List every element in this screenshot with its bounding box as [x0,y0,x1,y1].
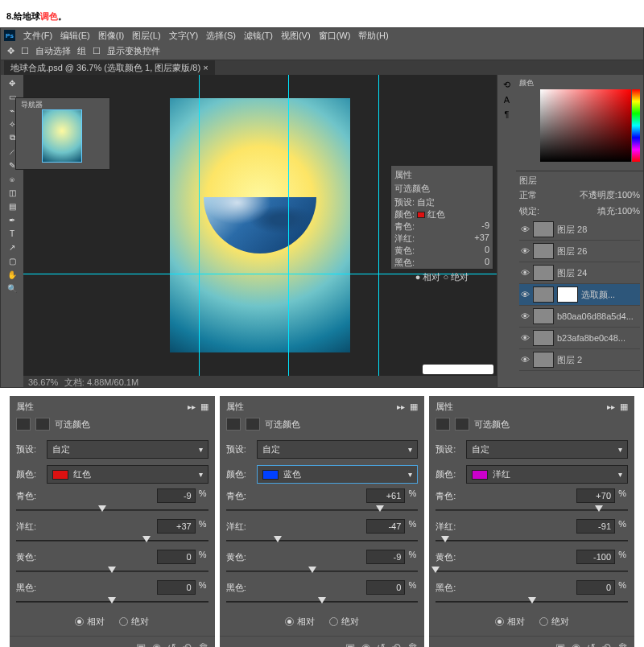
panel-tab[interactable]: 图层 [519,175,640,187]
move-tool-icon[interactable]: ✥ [3,76,21,89]
prev-icon[interactable]: ↶ [602,641,611,647]
collapse-icon[interactable]: ▸▸ [188,402,196,411]
slider-thumb-icon[interactable] [595,505,603,512]
absolute-radio[interactable]: 绝对 [329,616,359,628]
slider-value-input[interactable]: -100 [576,550,615,564]
eraser-tool-icon[interactable]: ◫ [3,186,21,199]
slider-track[interactable] [226,596,419,608]
stamp-tool-icon[interactable]: ⍟ [3,172,21,185]
color-select[interactable]: 红色▾ [47,465,208,484]
slider-track[interactable] [226,505,419,516]
slider-thumb-icon[interactable] [142,536,151,542]
layer-row[interactable]: 👁选取颜... [519,284,640,306]
preset-select[interactable]: 自定▾ [466,440,628,459]
panel-menu-icon[interactable]: ▦ [620,402,628,412]
slider-track[interactable] [436,535,628,546]
absolute-radio[interactable]: 绝对 [119,616,149,628]
slider-value-input[interactable]: -9 [366,550,405,564]
color-spectrum[interactable] [540,89,631,162]
slider-track[interactable] [16,596,208,608]
menu-item[interactable]: 选择(S) [206,30,236,42]
guide-vertical[interactable] [199,75,200,376]
panel-menu-icon[interactable]: ▦ [200,402,208,412]
view-icon[interactable]: ◉ [572,641,580,647]
char-icon[interactable]: A [504,95,510,105]
slider-thumb-icon[interactable] [528,597,536,604]
menu-item[interactable]: 图层(L) [132,30,160,42]
guide-vertical[interactable] [378,75,379,376]
menu-item[interactable]: 帮助(H) [358,30,388,42]
slider-value-input[interactable]: +70 [576,488,615,503]
slider-value-input[interactable]: +37 [157,519,196,534]
relative-radio[interactable]: 相对 [495,616,525,628]
document-tab[interactable]: 地球合成.psd @ 36.7% (选取颜色 1, 图层蒙版/8) × [4,60,215,76]
slider-value-input[interactable]: -91 [576,519,615,534]
slider-track[interactable] [16,535,208,546]
slider-value-input[interactable]: 0 [157,580,196,595]
menu-item[interactable]: 滤镜(T) [244,30,273,42]
zoom-tool-icon[interactable]: 🔍 [3,282,21,295]
menu-item[interactable]: 文字(Y) [169,30,199,42]
path-tool-icon[interactable]: ↗ [3,241,21,253]
slider-track[interactable] [226,566,419,577]
view-icon[interactable]: ◉ [361,641,370,647]
preset-select[interactable]: 自定▾ [47,440,208,459]
slider-thumb-icon[interactable] [274,536,282,542]
panel-tab[interactable]: 颜色 [519,78,640,89]
absolute-radio[interactable]: 绝对 [539,616,569,628]
blend-mode-select[interactable]: 正常 [519,189,537,201]
reset-icon[interactable]: ↺ [587,641,596,647]
prev-icon[interactable]: ↶ [183,641,192,647]
menu-item[interactable]: 窗口(W) [319,30,351,42]
relative-radio[interactable]: 相对 [75,616,105,628]
prev-icon[interactable]: ↶ [392,641,401,647]
clip-icon[interactable]: ▣ [136,641,146,647]
text-tool-icon[interactable]: T [3,227,21,240]
panel-menu-icon[interactable]: ▦ [410,402,418,412]
shape-tool-icon[interactable]: ▢ [3,254,21,267]
slider-value-input[interactable]: 0 [576,580,615,595]
collapse-icon[interactable]: ▸▸ [607,402,615,411]
slider-thumb-icon[interactable] [376,505,384,512]
layer-row[interactable]: 👁图层 24 [519,262,640,284]
slider-track[interactable] [436,505,628,516]
slider-value-input[interactable]: +61 [366,488,405,503]
navigator-thumbnail[interactable] [42,109,82,163]
slider-thumb-icon[interactable] [308,567,316,573]
preset-select[interactable]: 自定▾ [257,440,419,459]
slider-value-input[interactable]: 0 [366,580,405,595]
layer-row[interactable]: 👁图层 2 [519,349,640,371]
slider-track[interactable] [436,566,628,577]
history-icon[interactable]: ⟲ [503,80,510,90]
layer-row[interactable]: 👁b80aa06d88a5d4... [519,306,640,328]
navigator-panel[interactable]: 导航器 [15,97,110,170]
group-select[interactable]: 组 [77,45,86,57]
color-select[interactable]: 蓝色▾ [257,465,419,484]
hand-tool-icon[interactable]: ✋ [3,268,21,281]
menu-item[interactable]: 编辑(E) [60,30,90,42]
para-icon[interactable]: ¶ [505,109,510,119]
slider-value-input[interactable]: 0 [157,550,196,564]
layers-panel[interactable]: 图层 正常 不透明度:100% 锁定: 填充:100% 👁图层 28 👁图层 2… [516,171,643,387]
menu-item[interactable]: 视图(V) [281,30,311,42]
layer-row[interactable]: 👁图层 26 [519,241,640,262]
slider-track[interactable] [226,535,419,546]
slider-thumb-icon[interactable] [98,505,106,512]
trash-icon[interactable]: 🗑 [407,641,418,647]
guide-vertical[interactable] [288,75,289,376]
layer-row[interactable]: 👁图层 28 [519,219,640,241]
color-panel[interactable]: 颜色 [516,75,643,171]
slider-thumb-icon[interactable] [441,536,449,542]
reset-icon[interactable]: ↺ [377,641,386,647]
layer-row[interactable]: 👁b23afa8be0c48... [519,328,640,349]
color-select[interactable]: 洋红▾ [466,465,628,484]
pen-tool-icon[interactable]: ✒ [3,213,21,226]
clip-icon[interactable]: ▣ [555,641,565,647]
collapse-icon[interactable]: ▸▸ [397,402,405,411]
properties-floating-panel[interactable]: 属性 可选颜色 预设:自定 颜色:红色 青色:-9 洋红:+37 黄色:0 黑色… [390,165,493,270]
clip-icon[interactable]: ▣ [345,641,355,647]
slider-thumb-icon[interactable] [108,567,116,573]
slider-value-input[interactable]: -47 [366,519,405,534]
menu-item[interactable]: 图像(I) [98,30,124,42]
slider-value-input[interactable]: -9 [157,488,196,503]
